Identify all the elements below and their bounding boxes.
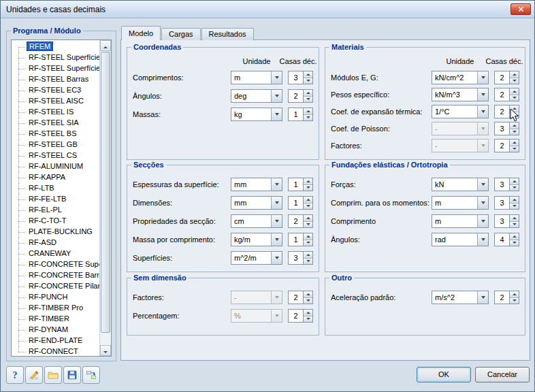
spinner-down-button[interactable] [510,240,519,246]
unit-combobox[interactable]: m [231,71,282,84]
tree-item[interactable]: RF-PUNCH [13,292,99,303]
spinner-down-button[interactable] [510,95,519,101]
spinner-down-button[interactable] [510,129,519,135]
spinner-down-button[interactable] [304,185,312,191]
spinner-up-button[interactable] [304,90,312,97]
unit-combobox[interactable]: kN [432,178,489,191]
tree-item[interactable]: RF-C-TO-T [13,216,99,227]
spinner-up-button[interactable] [304,108,312,115]
unit-combobox[interactable]: m^2/m [231,251,282,265]
spinner-up-button[interactable] [510,233,519,240]
spinner-down-button[interactable] [510,222,519,228]
open-button[interactable] [44,366,62,384]
spinner-down-button[interactable] [510,78,519,84]
tree-item[interactable]: RF-CONCRETE Barras [13,270,99,281]
combo-dropdown-button[interactable] [271,71,282,84]
combo-dropdown-button[interactable] [271,233,282,246]
spinner-down-button[interactable] [510,146,519,152]
scrollbar-thumb[interactable] [101,52,110,333]
tree-item[interactable]: RF-STEEL SIA [13,118,99,129]
ok-button[interactable]: OK [417,367,471,382]
spinner-up-button[interactable] [510,122,519,129]
unit-combobox[interactable]: m [432,196,489,210]
spinner-up-button[interactable] [304,233,312,240]
unit-combobox[interactable]: m [432,214,489,228]
spinner-down-button[interactable] [510,203,519,210]
unit-combobox[interactable]: kN/cm^2 [432,71,489,84]
unit-combobox[interactable]: 1/°C [432,105,489,118]
spinner-up-button[interactable] [304,291,312,298]
unit-combobox[interactable]: kg/m [231,233,282,246]
scrollbar-track[interactable] [100,51,111,345]
spinner-down-button[interactable] [510,185,519,191]
spinner-up-button[interactable] [510,178,519,185]
spinner-up-button[interactable] [304,252,312,259]
tree-item[interactable]: RF-CONNECT [13,346,99,356]
tab-cargas[interactable]: Cargas [161,28,200,40]
spinner-down-button[interactable] [304,240,312,246]
tree-item[interactable]: RF-ALUMINIUM [13,161,99,172]
tree-item[interactable]: RF-STEEL BS [13,129,99,140]
spinner-down-button[interactable] [304,203,312,210]
spinner-up-button[interactable] [304,71,312,78]
combo-dropdown-button[interactable] [271,197,282,209]
combo-dropdown-button[interactable] [477,197,488,209]
unit-combobox[interactable]: kN/m^3 [432,88,489,101]
combo-dropdown-button[interactable] [477,233,488,246]
combo-dropdown-button[interactable] [477,291,488,304]
unit-combobox[interactable]: rad [432,233,489,246]
tab-resultados[interactable]: Resultados [201,28,254,40]
tree-item[interactable]: PLATE-BUCKLING [13,227,99,238]
spinner-down-button[interactable] [304,298,312,304]
unit-combobox[interactable]: mm [231,196,282,210]
tree-item[interactable]: RF-STEEL EC3 [13,85,99,96]
tree-item[interactable]: RF-DYNAM [13,325,99,336]
tree-item[interactable]: RF-STEEL GB [13,140,99,150]
combo-dropdown-button[interactable] [477,88,488,101]
spinner-up-button[interactable] [304,310,312,316]
spinner-up-button[interactable] [510,215,519,222]
unit-combobox[interactable]: mm [231,178,282,191]
combo-dropdown-button[interactable] [271,178,282,191]
tree-item[interactable]: RF-LTB [13,183,99,194]
spinner-down-button[interactable] [304,78,312,84]
spinner-down-button[interactable] [304,115,312,121]
combo-dropdown-button[interactable] [271,215,282,227]
help-button[interactable]: ? [6,366,24,384]
tree-item[interactable]: RF-STEEL Superfícies [13,52,99,63]
tree-item[interactable]: RF-STEEL IS [13,107,99,118]
spinner-down-button[interactable] [304,222,312,228]
combo-dropdown-button[interactable] [271,252,282,264]
tree-item[interactable]: RF-CONCRETE Superf [13,259,99,270]
spinner-up-button[interactable] [510,291,519,298]
spinner-up-button[interactable] [304,215,312,222]
tree-scrollbar[interactable] [99,40,111,356]
combo-dropdown-button[interactable] [477,215,488,227]
spinner-up-button[interactable] [510,197,519,203]
scrollbar-down-button[interactable] [100,345,111,356]
spinner-up-button[interactable] [510,71,519,78]
scrollbar-up-button[interactable] [100,40,111,51]
tree-item[interactable]: RF-STEEL CS [13,150,99,161]
tree-item[interactable]: RF-STEEL AISC [13,96,99,107]
combo-dropdown-button[interactable] [477,178,488,191]
unit-combobox[interactable]: cm [231,214,282,228]
tree-item[interactable]: RF-TIMBER Pro [13,303,99,314]
close-button[interactable] [510,3,531,15]
import-units-button[interactable] [82,366,100,384]
combo-dropdown-button[interactable] [477,71,488,84]
tree-item[interactable]: RF-CONCRETE Pilares [13,281,99,292]
unit-combobox[interactable]: m/s^2 [432,291,489,304]
combo-dropdown-button[interactable] [271,108,282,120]
tree-item[interactable]: RF-END-PLATE [13,336,99,346]
tree-item[interactable]: CRANEWAY [13,248,99,259]
spinner-down-button[interactable] [304,259,312,265]
spinner-down-button[interactable] [510,298,519,304]
spinner-down-button[interactable] [304,316,312,323]
save-button[interactable] [63,366,81,384]
spinner-up-button[interactable] [304,197,312,203]
tree-item[interactable]: RF-KAPPA [13,172,99,183]
spinner-down-button[interactable] [304,97,312,103]
combo-dropdown-button[interactable] [477,105,488,118]
spinner-up-button[interactable] [304,178,312,185]
